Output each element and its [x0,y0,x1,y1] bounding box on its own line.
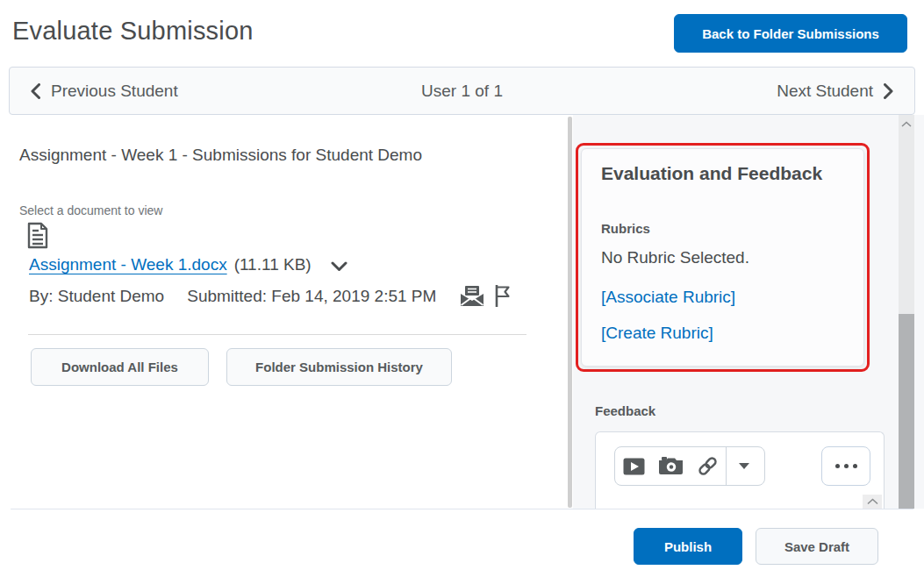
associate-rubric-link[interactable]: [Associate Rubric] [601,288,735,307]
download-all-files-button[interactable]: Download All Files [31,348,209,386]
insert-link-button[interactable] [689,447,726,485]
select-document-label: Select a document to view [19,203,162,217]
next-student-button[interactable]: Next Student [777,82,893,101]
submission-file-link[interactable]: Assignment - Week 1.docx [29,255,227,274]
submission-status-icons [461,284,511,308]
submission-divider [28,334,526,335]
page-title: Evaluate Submission [12,17,254,46]
chevron-left-icon [31,83,40,99]
caret-down-icon [738,462,750,470]
panel-scrollbar[interactable] [899,115,914,509]
footer-divider [11,509,913,509]
flag-icon[interactable] [494,284,511,308]
chevron-right-icon [884,83,893,99]
submission-timestamp: Submitted: Feb 14, 2019 2:51 PM [187,287,436,306]
student-navigation-bar: Previous Student User 1 of 1 Next Studen… [9,67,915,115]
submission-file-row: Assignment - Week 1.docx (11.11 KB) [29,255,347,274]
save-draft-button[interactable]: Save Draft [756,528,878,565]
annotation-highlight-box: Evaluation and Feedback Rubrics No Rubri… [576,143,870,372]
rubrics-label: Rubrics [601,221,650,236]
create-rubric-link[interactable]: [Create Rubric] [601,324,713,343]
insert-image-icon [659,457,683,475]
file-actions-chevron-down-icon[interactable] [331,261,347,272]
ellipsis-icon [835,464,840,468]
insert-video-button[interactable] [615,447,652,485]
editor-toolbar-group [614,446,765,486]
previous-student-label: Previous Student [51,82,178,101]
publish-button[interactable]: Publish [634,528,742,565]
pane-splitter[interactable] [568,117,572,508]
footer-action-bar: Publish Save Draft [0,509,924,577]
document-icon [26,222,49,249]
next-student-label: Next Student [777,82,873,101]
insert-video-icon [623,458,645,475]
scrollbar-up-arrow[interactable] [899,115,914,132]
editor-scroll-up-button[interactable] [863,495,882,509]
scrollbar-thumb[interactable] [899,314,914,509]
feedback-editor[interactable] [595,431,885,509]
open-envelope-document-icon [461,286,483,306]
chevron-up-icon [901,121,912,127]
submission-heading: Assignment - Week 1 - Submissions for St… [19,146,422,165]
evaluate-submission-page: Evaluate Submission Back to Folder Submi… [0,0,924,577]
submission-author: By: Student Demo [29,287,164,306]
folder-submission-history-button[interactable]: Folder Submission History [226,348,452,386]
chevron-up-icon [867,498,878,505]
evaluation-card-title: Evaluation and Feedback [601,163,822,184]
back-to-folder-submissions-button[interactable]: Back to Folder Submissions [674,14,907,53]
insert-link-icon [696,454,720,478]
submission-byline-row: By: Student Demo Submitted: Feb 14, 2019… [29,284,511,308]
no-rubric-selected-text: No Rubric Selected. [601,248,749,267]
previous-student-button[interactable]: Previous Student [31,82,178,101]
feedback-label: Feedback [595,403,655,418]
evaluation-and-feedback-card: Evaluation and Feedback Rubrics No Rubri… [581,148,864,367]
toolbar-overflow-button[interactable] [821,446,870,486]
insert-image-button[interactable] [652,447,689,485]
toolbar-more-dropdown-button[interactable] [727,447,762,485]
submission-file-size: (11.11 KB) [234,255,312,274]
